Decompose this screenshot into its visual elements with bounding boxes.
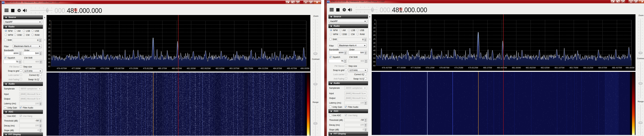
svg-text:482.625M: 482.625M — [540, 66, 550, 69]
svg-text:-40: -40 — [372, 49, 376, 51]
svg-text:484.875M: 484.875M — [273, 67, 282, 70]
svg-text:0: 0 — [49, 20, 50, 22]
svg-text:0: 0 — [374, 19, 376, 21]
svg-text:-10: -10 — [48, 27, 50, 29]
svg-text:483.1875M: 483.1875M — [229, 67, 239, 70]
svg-text:-60: -60 — [48, 65, 50, 67]
svg-text:483.1875M: 483.1875M — [554, 66, 564, 69]
svg-text:477.5625M: 477.5625M — [86, 67, 96, 70]
svg-text:-30: -30 — [48, 43, 50, 45]
svg-text:485.4375M: 485.4375M — [612, 66, 622, 69]
svg-text:-55: -55 — [372, 61, 376, 63]
svg-text:476.4375M: 476.4375M — [57, 67, 67, 70]
svg-text:-25: -25 — [48, 39, 50, 41]
svg-text:486.000M: 486.000M — [300, 67, 309, 70]
svg-text:478.125M: 478.125M — [100, 67, 109, 70]
svg-text:482.0625M: 482.0625M — [200, 67, 210, 70]
svg-text:-55: -55 — [48, 61, 50, 63]
svg-text:480.9375M: 480.9375M — [172, 67, 182, 70]
svg-text:478.6875M: 478.6875M — [114, 67, 124, 70]
svg-text:479.8125M: 479.8125M — [143, 67, 153, 70]
svg-text:-20: -20 — [372, 34, 376, 36]
svg-text:477.000M: 477.000M — [397, 66, 406, 69]
svg-text:-15: -15 — [372, 30, 376, 32]
svg-text:478.125M: 478.125M — [426, 66, 434, 69]
svg-text:-15: -15 — [48, 31, 50, 33]
svg-text:483.750M: 483.750M — [244, 67, 253, 70]
svg-text:482.0625M: 482.0625M — [526, 66, 536, 69]
svg-text:-50: -50 — [48, 58, 50, 60]
svg-text:479.250M: 479.250M — [454, 66, 463, 69]
svg-text:478.6875M: 478.6875M — [439, 66, 450, 69]
svg-text:480.375M: 480.375M — [158, 67, 167, 70]
svg-text:479.8125M: 479.8125M — [468, 66, 478, 69]
svg-text:477.000M: 477.000M — [72, 67, 80, 70]
svg-text:484.3125M: 484.3125M — [583, 66, 593, 69]
svg-text:-50: -50 — [372, 57, 376, 59]
svg-text:479.250M: 479.250M — [129, 67, 138, 70]
svg-text:481.500M: 481.500M — [512, 66, 520, 69]
svg-text:484.875M: 484.875M — [598, 66, 607, 69]
svg-text:-60: -60 — [372, 64, 376, 66]
svg-text:-35: -35 — [48, 46, 50, 48]
svg-text:477.5625M: 477.5625M — [410, 66, 421, 69]
svg-text:-5: -5 — [374, 23, 376, 25]
svg-text:476.4375M: 476.4375M — [382, 66, 392, 69]
svg-text:480.375M: 480.375M — [483, 66, 492, 69]
svg-text:-5: -5 — [49, 24, 50, 26]
svg-text:484.3125M: 484.3125M — [258, 67, 268, 70]
svg-text:480.9375M: 480.9375M — [497, 66, 507, 69]
svg-text:-45: -45 — [48, 54, 50, 56]
svg-text:-30: -30 — [372, 42, 376, 44]
svg-text:486.000M: 486.000M — [626, 66, 634, 69]
svg-text:483.750M: 483.750M — [569, 66, 578, 69]
svg-text:-10: -10 — [372, 27, 376, 29]
svg-text:-20: -20 — [48, 35, 50, 37]
svg-text:-35: -35 — [372, 45, 376, 48]
svg-text:485.4375M: 485.4375M — [287, 67, 297, 70]
svg-text:-25: -25 — [372, 38, 376, 40]
svg-text:-45: -45 — [372, 53, 376, 55]
svg-text:482.625M: 482.625M — [216, 67, 224, 70]
svg-text:-40: -40 — [48, 50, 50, 52]
svg-text:481.500M: 481.500M — [187, 67, 196, 70]
